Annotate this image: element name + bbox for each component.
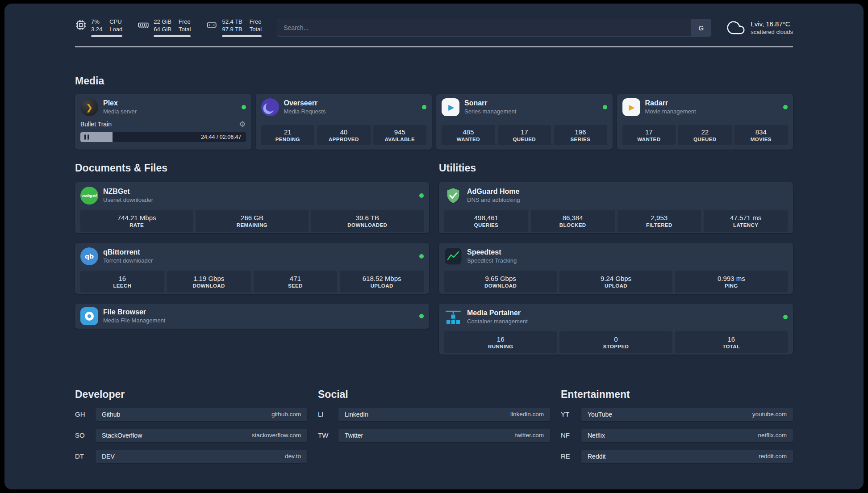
status-dot <box>419 314 424 318</box>
storage-total-label: Total <box>250 26 262 33</box>
bookmark-twitter[interactable]: TW Twitter twitter.com <box>318 429 550 442</box>
stat-seed: 471 SEED <box>254 271 338 292</box>
bookmark-youtube[interactable]: YT YouTube youtube.com <box>561 408 793 421</box>
bookmark-url: github.com <box>271 411 301 418</box>
qbittorrent-icon: qb <box>80 247 98 265</box>
stat-queries: 498,461 QUERIES <box>444 210 528 232</box>
bookmark-dev[interactable]: DT DEV dev.to <box>75 450 307 463</box>
app-card-overseerr[interactable]: Overseerr Media Requests 21 PENDING 40 A… <box>256 94 432 150</box>
section-title-social: Social <box>318 389 550 401</box>
bookmark-github[interactable]: GH Github github.com <box>75 408 307 421</box>
cpu-load-value: 3.24 <box>91 26 102 33</box>
radarr-icon: ▶ <box>622 98 640 116</box>
search-engine-button[interactable]: G <box>691 19 711 37</box>
section-title-utilities: Utilities <box>439 162 793 174</box>
app-name: NZBGet <box>103 188 153 196</box>
app-card-sonarr[interactable]: ▶ Sonarr Series management 485 WANTED 17 <box>436 94 613 150</box>
stat-blocked: 86,384 BLOCKED <box>531 210 615 232</box>
stat-latency: 47.571 ms LATENCY <box>704 210 788 232</box>
app-card-portainer[interactable]: Media Portainer Container management 16 … <box>439 304 793 355</box>
app-description: DNS and adblocking <box>467 196 520 203</box>
stat-queued: 17 QUEUED <box>498 125 551 145</box>
bookmark-name: Netflix <box>588 432 605 439</box>
bookmark-url: linkedin.com <box>510 411 544 418</box>
disk-icon <box>206 19 217 31</box>
app-card-radarr[interactable]: ▶ Radarr Movie management 17 WANTED 22 <box>617 94 793 150</box>
bookmark-url: netflix.com <box>758 432 787 439</box>
search-input[interactable] <box>277 19 711 37</box>
app-description: Media Requests <box>284 108 326 115</box>
cpu-percent: 7% <box>91 18 102 26</box>
speedtest-icon <box>444 247 462 265</box>
stat-movies: 834 MOVIES <box>734 125 788 145</box>
bookmark-abbr: TW <box>318 431 338 439</box>
app-description: Speedtest Tracking <box>467 257 517 264</box>
gear-icon[interactable]: ⚙ <box>239 120 246 129</box>
app-card-qbittorrent[interactable]: qb qBittorrent Torrent downloader 16 LEE… <box>75 243 429 294</box>
app-name: Media Portainer <box>467 309 528 317</box>
stat-running: 16 RUNNING <box>444 331 557 353</box>
bookmark-url: reddit.com <box>759 453 787 460</box>
top-bar: 7% 3.24 CPU Load <box>75 17 793 38</box>
stat-rate: 744.21 Mbps RATE <box>80 210 193 232</box>
app-name: qBittorrent <box>103 248 153 256</box>
plex-now-playing: Bullet Train ⚙ 24:44 / 02:06:47 <box>80 120 246 142</box>
stat-filtered: 2,953 FILTERED <box>618 210 701 232</box>
bookmark-abbr: NF <box>561 431 581 439</box>
stat-stopped: 0 STOPPED <box>559 331 672 353</box>
app-description: Movie management <box>645 108 696 115</box>
app-name: Sonarr <box>464 99 516 107</box>
bookmark-stackoverflow[interactable]: SO StackOverflow stackoverflow.com <box>75 429 307 442</box>
memory-total: 64 GiB <box>154 26 171 33</box>
bookmark-netflix[interactable]: NF Netflix netflix.com <box>561 429 793 442</box>
bookmark-name: YouTube <box>588 411 612 418</box>
app-description: Media File Management <box>103 317 165 324</box>
bookmark-url: twitter.com <box>515 432 544 439</box>
app-description: Container management <box>467 318 528 325</box>
bookmark-name: Github <box>102 411 120 418</box>
player-progress-bar[interactable]: 24:44 / 02:06:47 <box>80 132 246 142</box>
cpu-widget: 7% 3.24 CPU Load <box>75 18 122 38</box>
bookmark-url: dev.to <box>285 453 301 460</box>
stat-wanted: 17 WANTED <box>622 125 676 145</box>
header-divider <box>75 46 793 47</box>
bookmark-name: StackOverflow <box>102 432 142 439</box>
memory-total-label: Total <box>179 26 191 33</box>
stat-download: 9.65 Gbps DOWNLOAD <box>444 271 557 292</box>
bookmark-name: DEV <box>102 453 115 460</box>
stat-series: 196 SERIES <box>554 125 607 145</box>
documents-section: Documents & Files nzbget NZBGet Usenet d… <box>75 162 429 329</box>
bookmark-url: youtube.com <box>752 411 787 418</box>
app-name: Radarr <box>645 99 696 107</box>
bookmark-name: Reddit <box>588 453 605 460</box>
app-card-nzbget[interactable]: nzbget NZBGet Usenet downloader 744.21 M… <box>75 182 429 233</box>
app-card-adguard[interactable]: AdGuard Home DNS and adblocking 498,461 … <box>439 182 793 233</box>
memory-free: 22 GiB <box>154 18 171 26</box>
app-card-plex[interactable]: ❯ Plex Media server Bullet Train ⚙ <box>75 94 251 150</box>
stat-downloaded: 39.6 TB DOWNLOADED <box>311 210 424 232</box>
portainer-crane-icon <box>444 308 462 326</box>
app-description: Series management <box>464 108 516 115</box>
bookmark-abbr: GH <box>75 410 96 418</box>
now-playing-title: Bullet Train <box>80 121 112 128</box>
sonarr-icon: ▶ <box>442 98 459 116</box>
bookmark-abbr: LI <box>318 410 338 418</box>
app-card-speedtest[interactable]: Speedtest Speedtest Tracking 9.65 Gbps D… <box>439 243 793 294</box>
playback-time: 24:44 / 02:06:47 <box>201 134 241 140</box>
storage-free-label: Free <box>250 18 262 26</box>
stat-total: 16 TOTAL <box>675 331 788 353</box>
status-dot <box>783 315 788 319</box>
stat-queued: 22 QUEUED <box>678 125 732 145</box>
bookmark-linkedin[interactable]: LI LinkedIn linkedin.com <box>318 408 550 421</box>
storage-widget: 52.4 TB 97.9 TB Free Total <box>206 18 262 38</box>
stat-wanted: 485 WANTED <box>442 125 495 145</box>
social-section: Social LI LinkedIn linkedin.com TW Twitt… <box>318 389 550 463</box>
pause-icon[interactable] <box>84 134 89 139</box>
app-name: Plex <box>103 99 137 107</box>
system-stats: 7% 3.24 CPU Load <box>75 18 262 38</box>
bookmark-abbr: SO <box>75 431 96 439</box>
app-card-filebrowser[interactable]: File Browser Media File Management <box>75 304 429 329</box>
bookmark-reddit[interactable]: RE Reddit reddit.com <box>561 450 793 463</box>
stat-ping: 0.993 ms PING <box>675 271 788 292</box>
storage-free: 52.4 TB <box>222 18 242 26</box>
